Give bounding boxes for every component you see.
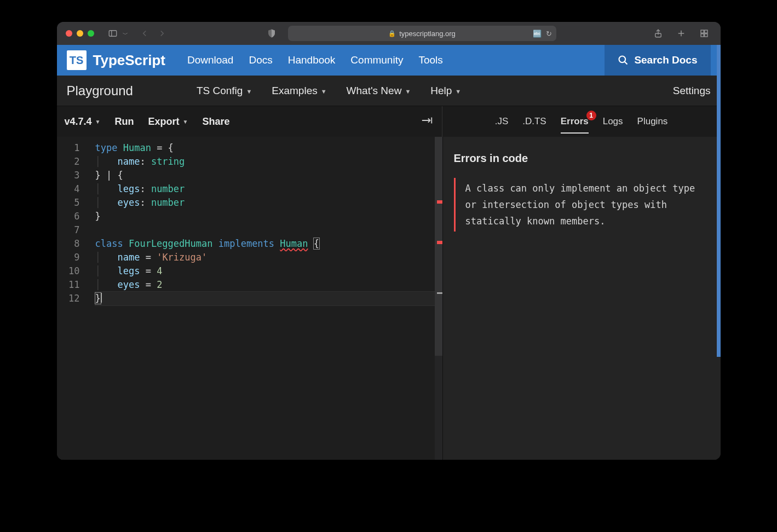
titlebar-right	[651, 26, 712, 41]
settings-button[interactable]: Settings	[673, 85, 711, 97]
maximize-window-button[interactable]	[88, 30, 94, 37]
chevron-down-icon: ▼	[246, 88, 252, 95]
url-text: typescriptlang.org	[399, 30, 456, 38]
chevron-down-icon: ▼	[405, 88, 411, 95]
main-area: 123456789101112 type Human = {│ name: st…	[57, 137, 721, 460]
playground-bar: Playground TS Config▼ Examples▼ What's N…	[57, 76, 721, 106]
editor-toolbar: v4.7.4▼ Run Export▼ Share .JS .D.TS Erro…	[57, 106, 721, 137]
site-header: TS TypeScript Download Docs Handbook Com…	[57, 45, 721, 76]
sidebar-menu-chevron-icon[interactable]: ﹀	[123, 31, 128, 38]
tab-errors[interactable]: Errors 1	[561, 114, 589, 129]
tabs-overview-icon[interactable]	[697, 26, 712, 41]
code-body[interactable]: type Human = {│ name: string} | {│ legs:…	[88, 137, 442, 460]
reload-icon[interactable]: ↻	[546, 30, 552, 38]
error-message: A class can only implement an object typ…	[454, 178, 710, 232]
forward-button[interactable]	[154, 26, 170, 41]
shield-icon[interactable]	[264, 26, 279, 41]
code-editor[interactable]: 123456789101112 type Human = {│ name: st…	[57, 137, 442, 460]
svg-rect-0	[109, 31, 117, 37]
whats-new-dropdown[interactable]: What's New▼	[347, 85, 411, 97]
error-count-badge: 1	[586, 111, 596, 120]
examples-dropdown[interactable]: Examples▼	[272, 85, 326, 97]
toolbar-left: v4.7.4▼ Run Export▼ Share	[57, 106, 442, 137]
lock-icon: 🔒	[388, 30, 396, 37]
line-gutter: 123456789101112	[57, 137, 88, 460]
browser-window: ﹀ 🔒 typescriptlang.org 🔤 ↻	[57, 22, 721, 460]
page-title: Playground	[67, 83, 133, 99]
help-dropdown[interactable]: Help▼	[430, 85, 461, 97]
primary-nav: Download Docs Handbook Community Tools	[187, 54, 443, 66]
svg-rect-6	[704, 30, 707, 33]
chevron-down-icon: ▼	[182, 119, 188, 125]
translate-icon[interactable]: 🔤	[533, 30, 542, 38]
export-dropdown[interactable]: Export▼	[148, 116, 188, 128]
svg-rect-8	[704, 34, 707, 37]
svg-rect-5	[701, 30, 704, 33]
titlebar: ﹀ 🔒 typescriptlang.org 🔤 ↻	[57, 22, 721, 45]
page-scrollbar[interactable]	[717, 45, 721, 460]
logo-text: TypeScript	[93, 52, 165, 69]
new-tab-icon[interactable]	[674, 26, 689, 41]
sidebar-toggle-icon[interactable]	[105, 26, 120, 41]
logo-badge: TS	[67, 50, 87, 70]
output-tabs: .JS .D.TS Errors 1 Logs Plugins	[442, 106, 721, 137]
chevron-down-icon: ▼	[455, 88, 461, 95]
nav-docs[interactable]: Docs	[249, 54, 272, 66]
version-dropdown[interactable]: v4.7.4▼	[65, 116, 101, 128]
address-bar[interactable]: 🔒 typescriptlang.org 🔤 ↻	[288, 26, 556, 41]
errors-panel: Errors in code A class can only implemen…	[442, 137, 721, 460]
svg-line-10	[625, 62, 628, 65]
share-icon[interactable]	[651, 26, 666, 41]
nav-community[interactable]: Community	[350, 54, 403, 66]
back-button[interactable]	[137, 26, 152, 41]
scrollbar-thumb[interactable]	[717, 45, 721, 357]
tab-plugins[interactable]: Plugins	[637, 114, 668, 129]
urlbar-right-icons: 🔤 ↻	[533, 30, 552, 38]
chevron-down-icon: ▼	[321, 88, 327, 95]
window-controls	[66, 30, 94, 37]
tab-dts[interactable]: .D.TS	[522, 114, 546, 129]
nav-tools[interactable]: Tools	[418, 54, 442, 66]
logo[interactable]: TS TypeScript	[67, 50, 165, 70]
tab-right-icon[interactable]	[421, 116, 433, 127]
share-button[interactable]: Share	[202, 116, 229, 128]
svg-point-9	[619, 56, 626, 63]
chevron-down-icon: ▼	[95, 119, 101, 125]
search-icon	[618, 55, 629, 66]
nav-buttons	[137, 26, 170, 41]
nav-download[interactable]: Download	[187, 54, 234, 66]
ts-config-dropdown[interactable]: TS Config▼	[197, 85, 252, 97]
minimap[interactable]	[435, 137, 442, 460]
nav-handbook[interactable]: Handbook	[288, 54, 336, 66]
tab-logs[interactable]: Logs	[603, 114, 623, 129]
search-docs-button[interactable]: Search Docs	[605, 45, 710, 76]
tab-js[interactable]: .JS	[495, 114, 509, 129]
errors-heading: Errors in code	[454, 152, 710, 165]
svg-rect-7	[701, 34, 704, 37]
close-window-button[interactable]	[66, 30, 72, 37]
minimize-window-button[interactable]	[77, 30, 83, 37]
search-label: Search Docs	[634, 54, 697, 66]
run-button[interactable]: Run	[114, 116, 134, 128]
